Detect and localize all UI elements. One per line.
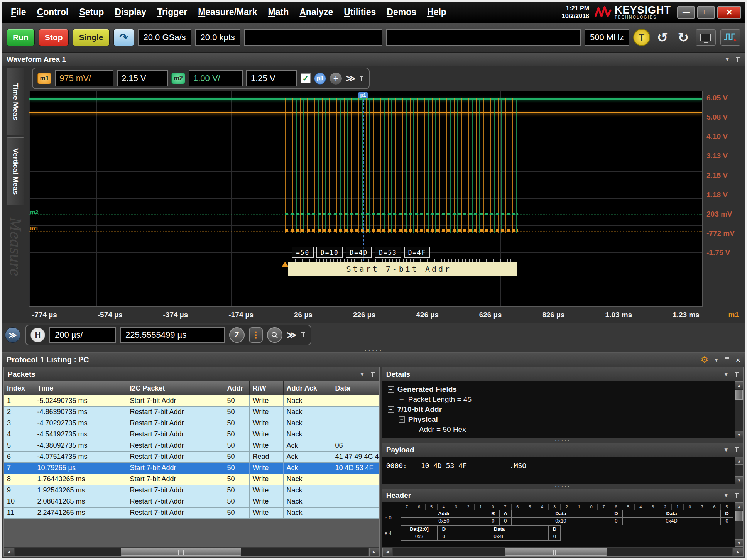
m2-scale-field[interactable]: 1.00 V/ bbox=[189, 70, 243, 86]
scroll-up-button[interactable]: ▲ bbox=[735, 457, 743, 465]
window-splitter[interactable] bbox=[2, 347, 745, 352]
column-header[interactable]: Addr bbox=[224, 381, 249, 395]
tree-item[interactable]: Addr = 50 Hex bbox=[385, 425, 732, 435]
packet-row[interactable]: 11 2.24741265 ms Restart 7-bit Addr 50 W… bbox=[4, 507, 379, 518]
menu-item[interactable]: Control bbox=[32, 5, 74, 19]
gear-icon[interactable]: ⚙ bbox=[701, 355, 709, 365]
scroll-thumb[interactable] bbox=[505, 548, 607, 556]
menu-item[interactable]: Trigger bbox=[152, 5, 192, 19]
pin-icon[interactable] bbox=[735, 56, 740, 63]
m1-scale-field[interactable]: 975 mV/ bbox=[55, 70, 113, 86]
dropdown-icon[interactable]: ▾ bbox=[724, 446, 728, 454]
sample-rate-field[interactable]: 20.0 GSa/s bbox=[138, 29, 191, 46]
waveform-settings-button[interactable] bbox=[720, 29, 740, 46]
expand-sidebar-button[interactable]: ≫ bbox=[5, 327, 20, 343]
minimize-button[interactable]: — bbox=[677, 6, 695, 19]
screen-capture-button[interactable] bbox=[696, 29, 716, 46]
packet-row[interactable]: 6 -4.07514735 ms Restart 7-bit Addr 50 R… bbox=[4, 451, 379, 462]
payload-vscrollbar[interactable]: ▲ ▼ bbox=[735, 457, 743, 484]
packet-row[interactable]: 1 -5.02490735 ms Start 7-bit Addr 50 Wri… bbox=[4, 395, 379, 406]
column-header[interactable]: Data bbox=[332, 381, 379, 395]
sidebar-tab[interactable]: Time Meas bbox=[7, 68, 24, 135]
menu-item[interactable]: Demos bbox=[382, 5, 421, 19]
panel-splitter[interactable] bbox=[382, 438, 743, 443]
column-header[interactable]: Time bbox=[34, 381, 127, 395]
scroll-right-button[interactable]: ► bbox=[733, 548, 743, 556]
sidebar-tab[interactable]: Vertical Meas bbox=[7, 137, 24, 205]
scroll-thumb[interactable] bbox=[735, 390, 743, 400]
tree-expander-icon[interactable] bbox=[388, 386, 394, 393]
m1-ground-marker[interactable]: m1 bbox=[30, 225, 39, 232]
tree-item[interactable]: Packet Length = 45 bbox=[385, 394, 732, 404]
scroll-thumb[interactable] bbox=[735, 511, 743, 521]
column-header[interactable]: Index bbox=[4, 381, 34, 395]
scroll-left-button[interactable]: ◄ bbox=[4, 548, 14, 556]
dropdown-icon[interactable]: ▾ bbox=[724, 491, 728, 499]
run-button[interactable]: Run bbox=[7, 29, 35, 46]
close-panel-icon[interactable]: × bbox=[736, 355, 740, 365]
scroll-left-button[interactable]: ◄ bbox=[382, 548, 392, 556]
probe-p1-badge[interactable]: p1 bbox=[314, 73, 326, 85]
menu-item[interactable]: Help bbox=[422, 5, 451, 19]
tree-expander-icon[interactable] bbox=[399, 416, 405, 423]
packet-row[interactable]: 8 1.76443265 ms Start 7-bit Addr 50 Writ… bbox=[4, 474, 379, 485]
search-zoom-button[interactable] bbox=[267, 327, 282, 343]
tree-item[interactable]: 7/10-bit Addr bbox=[385, 404, 732, 415]
menu-item[interactable]: Analyze bbox=[294, 5, 338, 19]
pin-icon[interactable] bbox=[301, 332, 306, 338]
pin-icon[interactable] bbox=[734, 447, 739, 453]
zoom-button[interactable]: Z bbox=[229, 327, 245, 343]
scroll-track[interactable] bbox=[15, 548, 368, 556]
header-vscrollbar[interactable]: ▲ ▼ bbox=[735, 502, 743, 547]
channel-m1-badge[interactable]: m1 bbox=[37, 73, 51, 84]
menu-item[interactable]: Measure/Mark bbox=[193, 5, 262, 19]
status-display-field-2[interactable] bbox=[386, 29, 581, 46]
menu-item[interactable]: Setup bbox=[74, 5, 109, 19]
pin-icon[interactable] bbox=[370, 371, 375, 377]
packet-row[interactable]: 3 -4.70292735 ms Restart 7-bit Addr 50 W… bbox=[4, 418, 379, 429]
details-vscrollbar[interactable]: ▲ ▼ bbox=[735, 381, 743, 438]
more-controls-icon[interactable]: ≫ bbox=[346, 73, 355, 84]
single-button[interactable]: Single bbox=[73, 29, 109, 46]
bandwidth-field[interactable]: 500 MHz bbox=[585, 29, 629, 46]
menu-item[interactable]: Utilities bbox=[339, 5, 381, 19]
scroll-up-button[interactable]: ▲ bbox=[735, 502, 743, 510]
horizontal-button[interactable]: H bbox=[30, 328, 45, 342]
packet-row[interactable]: 5 -4.38092735 ms Restart 7-bit Addr 50 W… bbox=[4, 440, 379, 451]
p1-marker-label[interactable]: p1 bbox=[358, 92, 368, 98]
timebase-position-field[interactable]: 225.5555499 µs bbox=[120, 327, 225, 343]
undo-button[interactable]: ↺ bbox=[654, 29, 671, 46]
scope-display[interactable]: p1 m2 m1 =50D=10D=4DD=53D=4F Start 7-bit… bbox=[29, 91, 703, 307]
panel-splitter[interactable] bbox=[382, 484, 743, 489]
trigger-level-button[interactable]: T bbox=[633, 29, 650, 46]
column-header[interactable]: I2C Packet bbox=[127, 381, 224, 395]
dropdown-icon[interactable]: ▾ bbox=[715, 356, 718, 364]
probe-checkbox[interactable]: ✓ bbox=[301, 73, 311, 83]
m2-offset-field[interactable]: 1.25 V bbox=[246, 70, 297, 86]
timebase-scale-field[interactable]: 200 µs/ bbox=[49, 327, 116, 343]
m1-offset-field[interactable]: 2.15 V bbox=[117, 70, 168, 86]
tree-expander-icon[interactable] bbox=[399, 396, 405, 403]
pin-icon[interactable] bbox=[734, 371, 739, 377]
tree-item[interactable]: Generated Fields bbox=[385, 384, 732, 394]
redo-button[interactable]: ↻ bbox=[675, 29, 692, 46]
column-header[interactable]: R/W bbox=[249, 381, 283, 395]
menu-item[interactable]: File bbox=[6, 5, 31, 19]
scroll-down-button[interactable]: ▼ bbox=[735, 539, 743, 547]
pin-icon[interactable] bbox=[734, 492, 739, 499]
close-button[interactable]: × bbox=[717, 6, 741, 19]
tree-expander-icon[interactable] bbox=[388, 406, 394, 413]
tree-item[interactable]: Physical bbox=[385, 415, 732, 425]
add-marker-button[interactable]: + bbox=[330, 72, 342, 85]
maximize-button[interactable]: □ bbox=[697, 6, 715, 19]
header-hscrollbar[interactable]: ◄ ► bbox=[382, 547, 743, 556]
dropdown-icon[interactable]: ▾ bbox=[360, 370, 364, 378]
menu-item[interactable]: Math bbox=[263, 5, 294, 19]
packet-row[interactable]: 2 -4.86390735 ms Restart 7-bit Addr 50 W… bbox=[4, 406, 379, 418]
m2-ground-marker[interactable]: m2 bbox=[30, 209, 39, 215]
more-controls-icon[interactable]: ≫ bbox=[287, 330, 296, 340]
dropdown-icon[interactable]: ▾ bbox=[724, 370, 728, 378]
dropdown-icon[interactable]: ▾ bbox=[725, 55, 729, 63]
packet-row[interactable]: 4 -4.54192735 ms Restart 7-bit Addr 50 W… bbox=[4, 429, 379, 440]
packet-row[interactable]: 10 2.08641265 ms Restart 7-bit Addr 50 W… bbox=[4, 496, 379, 507]
